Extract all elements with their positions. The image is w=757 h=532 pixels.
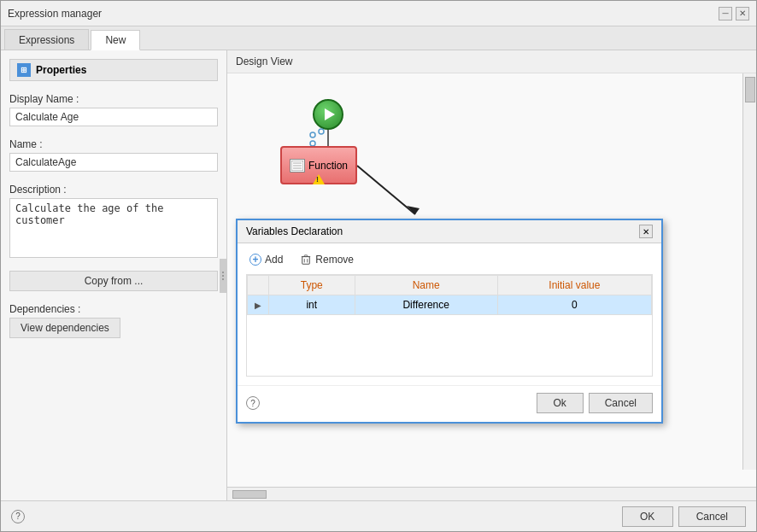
title-bar-controls: ─ ✕ bbox=[719, 7, 749, 20]
add-label: Add bbox=[265, 254, 283, 266]
col-name: Name bbox=[355, 276, 497, 295]
dialog-body: + Add bbox=[238, 243, 661, 385]
dialog-title-bar: Variables Declaration ✕ bbox=[238, 220, 661, 243]
title-bar-left: Expression manager bbox=[8, 8, 102, 20]
resize-dot-2 bbox=[222, 275, 224, 277]
dialog-footer: ? Ok Cancel bbox=[238, 385, 661, 422]
h-scrollbar-thumb[interactable] bbox=[232, 490, 267, 499]
dialog-title: Variables Declaration bbox=[246, 225, 343, 237]
row-arrow: ▶ bbox=[248, 295, 269, 315]
svg-point-3 bbox=[310, 132, 315, 137]
name-input[interactable] bbox=[9, 153, 218, 172]
dependencies-label: Dependencies : bbox=[9, 303, 218, 315]
variables-dialog: Variables Declaration ✕ + Add bbox=[236, 219, 663, 424]
name-field-group: Name : bbox=[9, 133, 218, 172]
cell-name: Difference bbox=[355, 295, 497, 315]
dialog-close-button[interactable]: ✕ bbox=[639, 225, 653, 238]
copy-from-button[interactable]: Copy from ... bbox=[9, 271, 218, 291]
display-name-field-group: Display Name : bbox=[9, 88, 218, 126]
dialog-toolbar: + Add bbox=[246, 252, 653, 267]
minimize-button[interactable]: ─ bbox=[719, 7, 732, 20]
design-view-header: Design View bbox=[227, 50, 756, 73]
tab-expressions[interactable]: Expressions bbox=[4, 29, 89, 50]
right-panel: Design View bbox=[227, 50, 756, 500]
properties-header: ⊞ Properties bbox=[9, 59, 218, 81]
resize-handle[interactable] bbox=[220, 259, 226, 293]
warning-icon bbox=[313, 174, 325, 184]
main-content: ⊞ Properties Display Name : Name : Descr… bbox=[1, 50, 756, 500]
function-icon bbox=[290, 159, 305, 172]
add-variable-button[interactable]: + Add bbox=[246, 252, 286, 267]
title-bar: Expression manager ─ ✕ bbox=[1, 1, 756, 26]
cell-initial-value: 0 bbox=[497, 295, 651, 315]
add-icon: + bbox=[249, 254, 261, 266]
variables-table: Type Name Initial value ▶ int bbox=[247, 275, 652, 315]
window-title: Expression manager bbox=[8, 8, 102, 20]
cancel-button[interactable]: Cancel bbox=[678, 506, 746, 527]
scrollbar-thumb[interactable] bbox=[745, 77, 755, 102]
vertical-scrollbar[interactable] bbox=[742, 73, 756, 470]
function-label: Function bbox=[308, 160, 348, 172]
dialog-cancel-button[interactable]: Cancel bbox=[589, 393, 653, 413]
main-window: Expression manager ─ ✕ Expressions New ⊞… bbox=[0, 0, 757, 532]
description-label: Description : bbox=[9, 184, 218, 196]
description-field-group: Description : Calculate the age of the c… bbox=[9, 178, 218, 260]
tab-new[interactable]: New bbox=[91, 30, 140, 50]
table-header-row: Type Name Initial value bbox=[248, 276, 652, 295]
display-name-label: Display Name : bbox=[9, 93, 218, 105]
remove-variable-button[interactable]: Remove bbox=[296, 252, 357, 267]
ok-button[interactable]: OK bbox=[622, 506, 673, 527]
properties-icon: ⊞ bbox=[17, 63, 31, 77]
dependencies-group: Dependencies : View dependencies bbox=[9, 298, 218, 338]
dialog-footer-buttons: Ok Cancel bbox=[537, 393, 653, 413]
col-type: Type bbox=[269, 276, 355, 295]
resize-dot-3 bbox=[222, 278, 224, 280]
view-dependencies-button[interactable]: View dependencies bbox=[9, 318, 120, 338]
col-arrow bbox=[248, 276, 269, 295]
bottom-bar: ? OK Cancel bbox=[1, 500, 756, 531]
table-row[interactable]: ▶ int Difference 0 bbox=[248, 295, 652, 315]
svg-point-5 bbox=[319, 129, 324, 134]
description-textarea[interactable]: Calculate the age of the customer bbox=[9, 198, 218, 258]
function-node[interactable]: Function bbox=[280, 146, 357, 184]
display-name-input[interactable] bbox=[9, 108, 218, 126]
start-node[interactable] bbox=[313, 99, 343, 130]
properties-label: Properties bbox=[36, 64, 86, 76]
resize-dot-1 bbox=[222, 272, 224, 273]
tab-bar: Expressions New bbox=[1, 26, 756, 50]
dialog-ok-button[interactable]: Ok bbox=[537, 393, 584, 413]
bottom-buttons: OK Cancel bbox=[622, 506, 746, 527]
name-label: Name : bbox=[9, 138, 218, 150]
remove-label: Remove bbox=[315, 254, 354, 266]
svg-rect-10 bbox=[302, 257, 310, 265]
svg-rect-12 bbox=[305, 255, 308, 257]
col-initial-value: Initial value bbox=[497, 276, 651, 295]
bottom-help-icon[interactable]: ? bbox=[11, 510, 25, 523]
cell-type: int bbox=[269, 295, 355, 315]
variables-table-area: Type Name Initial value ▶ int bbox=[246, 274, 653, 377]
design-canvas: Function Variables Declaration ✕ + bbox=[227, 73, 756, 487]
svg-marker-2 bbox=[407, 206, 420, 214]
help-icon[interactable]: ? bbox=[246, 396, 260, 410]
horizontal-scrollbar[interactable] bbox=[227, 487, 756, 500]
left-panel: ⊞ Properties Display Name : Name : Descr… bbox=[1, 50, 227, 500]
svg-line-1 bbox=[357, 166, 415, 214]
close-button[interactable]: ✕ bbox=[736, 7, 749, 20]
remove-icon bbox=[300, 254, 312, 266]
